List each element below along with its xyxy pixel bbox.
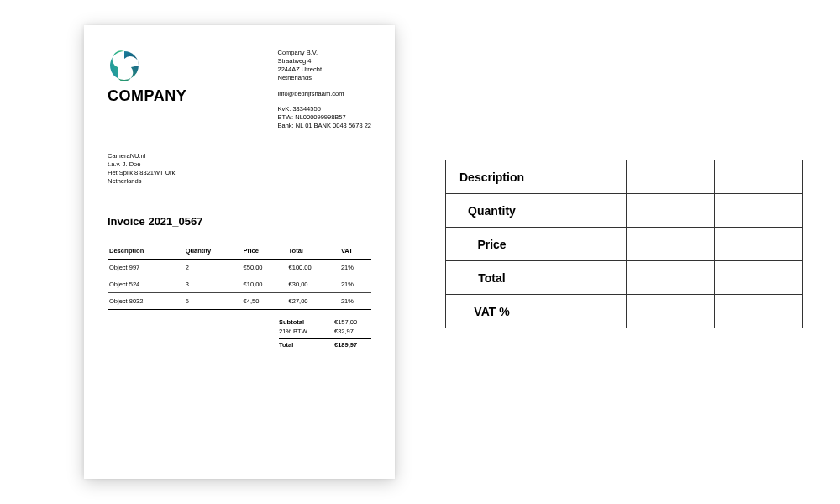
company-kvk-row: KvK: 33344555 xyxy=(278,105,372,113)
company-email: info@bedrijfsnaam.com xyxy=(278,90,372,98)
schema-row: Quantity xyxy=(446,194,803,228)
invoice-page: COMPANY Company B.V. Straatweg 4 2244AZ … xyxy=(84,25,395,479)
table-row: Object 997 2 €50,00 €100,00 21% xyxy=(108,259,371,276)
col-quantity: Quantity xyxy=(184,243,242,260)
client-attn: t.a.v. J. Doe xyxy=(108,160,371,169)
table-row: Object 524 3 €10,00 €30,00 21% xyxy=(108,276,371,292)
schema-row: Description xyxy=(446,160,803,194)
svg-point-0 xyxy=(120,60,129,71)
schema-table: Description Quantity Price Total VAT % xyxy=(445,160,803,328)
table-row: Object 8032 6 €4,50 €27,00 21% xyxy=(108,292,371,309)
grand-total-value: €189,97 xyxy=(329,341,371,349)
company-btw-row: BTW: NL000099998B57 xyxy=(278,113,372,122)
client-block: CameraNU.nl t.a.v. J. Doe Het Spijk 8 83… xyxy=(108,152,371,186)
company-bank-row: Bank: NL 01 BANK 0043 5678 22 xyxy=(278,122,372,130)
col-description: Description xyxy=(108,243,184,260)
col-vat: VAT xyxy=(339,243,371,260)
col-price: Price xyxy=(242,243,287,260)
schema-row: Price xyxy=(446,228,803,261)
company-country: Netherlands xyxy=(278,74,372,82)
items-header-row: Description Quantity Price Total VAT xyxy=(108,243,371,260)
subtotal-value: €157,00 xyxy=(329,318,371,326)
subtotal-label: Subtotal xyxy=(279,318,329,326)
company-street: Straatweg 4 xyxy=(278,57,372,66)
vat-total-value: €32,97 xyxy=(329,328,371,335)
grand-total-label: Total xyxy=(279,341,329,349)
invoice-header: COMPANY Company B.V. Straatweg 4 2244AZ … xyxy=(108,49,371,137)
company-postal-city: 2244AZ Utrecht xyxy=(278,66,372,74)
schema-row: Total xyxy=(446,261,803,295)
company-details: Company B.V. Straatweg 4 2244AZ Utrecht … xyxy=(278,49,372,137)
schema-row: VAT % xyxy=(446,295,803,328)
logo-block: COMPANY xyxy=(108,49,186,105)
invoice-title: Invoice 2021_0567 xyxy=(108,215,371,228)
client-country: Netherlands xyxy=(108,177,371,186)
company-logo-icon xyxy=(108,49,141,84)
company-wordmark: COMPANY xyxy=(108,87,186,105)
company-name: Company B.V. xyxy=(278,49,372,57)
vat-total-label: 21% BTW xyxy=(279,328,329,335)
col-total: Total xyxy=(287,243,339,260)
client-street: Het Spijk 8 8321WT Urk xyxy=(108,169,371,177)
totals-block: Subtotal €157,00 21% BTW €32,97 Total €1… xyxy=(108,318,371,349)
client-name: CameraNU.nl xyxy=(108,152,371,160)
items-table: Description Quantity Price Total VAT Obj… xyxy=(108,243,371,310)
